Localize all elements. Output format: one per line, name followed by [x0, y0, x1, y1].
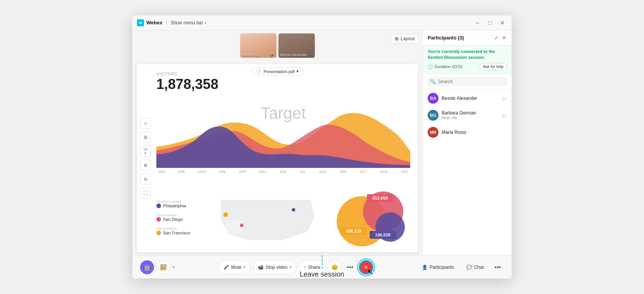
cursor-tool[interactable]: ⊹ — [140, 118, 151, 129]
grid-tool[interactable]: ⊞ — [140, 132, 151, 143]
more-options-button[interactable]: ••• — [344, 261, 356, 273]
webex-logo-icon: W — [137, 19, 144, 26]
legend-item-sandiego: CALIFORNIA San Diego — [156, 214, 199, 222]
participant-item-bessie[interactable]: BA Bessie Alexander ▷ — [423, 90, 512, 107]
legend-city-sandiego: San Diego — [163, 217, 183, 222]
participant-item-maria[interactable]: MR Maria Rossi — [423, 124, 512, 141]
app-window: W Webex Show menu bar › ─ □ ✕ Maria Ross… — [132, 15, 512, 279]
bubble-chart: 313,059 156,529 626,119 — [333, 186, 410, 248]
chart-labels: JANFEBMARFEBAPRMAYJUNJULAUGSEPOCTNOVDEC — [156, 170, 410, 174]
main-area: Maria Rossi 🎤 Bessie Alexander 📹 ⊞ Layou… — [132, 30, 512, 255]
clock-icon: 🕐 — [428, 64, 433, 69]
zoom-in-tool[interactable]: ⊕ — [140, 160, 151, 171]
search-input[interactable] — [438, 79, 505, 84]
us-map-svg — [207, 186, 325, 248]
bubble-chart-svg: 313,059 156,529 626,119 — [333, 186, 410, 248]
chart-area: Target JANFEBMARFEBAPRMAYJUNJULAUGSEPOCT… — [156, 96, 410, 185]
emoji-button[interactable]: 😊 — [328, 260, 342, 274]
show-menu-bar-label: Show menu bar — [171, 20, 203, 26]
mic-icon-bessie: 📹 — [309, 53, 313, 57]
area-chart — [156, 108, 410, 170]
leave-button-container: ✕ ↖ — [359, 260, 373, 275]
legend-city-sanfrancisco: San Francisco — [163, 231, 190, 235]
search-icon: 🔍 — [430, 79, 436, 84]
video-thumb-bessie[interactable]: Bessie Alexander 📹 — [278, 33, 315, 58]
legend-item-philadelphia: PENNSYLVANIA Philadelphia — [156, 200, 199, 208]
participant-info-maria: Maria Rossi — [442, 130, 507, 135]
fullscreen-tool[interactable]: ⛶ — [140, 188, 151, 198]
session-suffix: session. — [468, 55, 485, 60]
us-map — [207, 186, 325, 248]
chevron-icon: › — [205, 20, 206, 26]
dropdown-arrow: ▾ — [296, 69, 299, 74]
reactions-button[interactable]: 🖼️ — [156, 260, 170, 274]
nav-tool[interactable]: 03▾ — [140, 146, 151, 157]
slide-area: 📄 Presentation.pdf ▾ ⊹ ⊞ 03▾ ⊕ ⊖ ⛶ — [137, 64, 418, 252]
chat-icon: 💬 — [466, 265, 472, 270]
participant-item-barbara[interactable]: BG Barbara German Host, me ▷ — [423, 107, 512, 124]
participants-title: Participants (3) — [428, 35, 464, 41]
duration-row: 🕐 Duration 03:01 Ask for help — [428, 63, 507, 70]
reactions-chevron[interactable]: ▾ — [173, 265, 175, 269]
pdf-icon: 📄 — [256, 69, 262, 74]
avatar-bessie: BA — [428, 93, 438, 104]
mute-chevron[interactable]: ▾ — [243, 265, 245, 269]
participants-toolbar-label: Participants — [430, 265, 454, 270]
host-label-barbara: Host, me — [442, 116, 500, 120]
sidebar-header: Participants (3) ⤢ ✕ — [423, 30, 512, 46]
avatar-maria: MR — [428, 127, 438, 138]
show-menu-bar-button[interactable]: Show menu bar › — [171, 20, 206, 26]
app-name: Webex — [146, 20, 163, 26]
leave-session-button[interactable]: ✕ — [359, 260, 373, 275]
close-button[interactable]: ✕ — [498, 18, 507, 27]
share-icon: ↑ — [304, 265, 306, 270]
ai-assistant-button[interactable]: 🤖 — [140, 260, 154, 274]
titlebar: W Webex Show menu bar › ─ □ ✕ — [132, 15, 512, 30]
ask-help-button[interactable]: Ask for help — [480, 63, 507, 70]
toolbar: 🤖 🖼️ ▾ 🎤 Mute ▾ 📹 Stop video ▾ ↑ Share — [132, 255, 512, 279]
participant-info-bessie: Bessie Alexander — [442, 96, 500, 101]
svg-text:626,119: 626,119 — [346, 229, 361, 233]
legend-city-philadelphia: Philadelphia — [163, 203, 186, 208]
video-chevron[interactable]: ▾ — [289, 265, 291, 269]
duration-value: 03:01 — [452, 64, 463, 69]
slide-tools: ⊹ ⊞ 03▾ ⊕ ⊖ ⛶ — [140, 118, 151, 198]
svg-text:313,059: 313,059 — [372, 196, 388, 200]
titlebar-divider — [166, 20, 167, 26]
close-sidebar-button[interactable]: ✕ — [501, 34, 507, 41]
mute-label: Mute — [231, 265, 242, 270]
toolbar-more-button[interactable]: ••• — [492, 261, 504, 273]
chart-legend: PENNSYLVANIA Philadelphia CALIFORNIA — [156, 186, 199, 248]
participant-action-barbara: ▷ — [503, 112, 507, 118]
popout-button[interactable]: ⤢ — [493, 34, 499, 41]
participants-toolbar-button[interactable]: 👤 Participants — [417, 262, 459, 272]
zoom-out-tool[interactable]: ⊖ — [140, 174, 151, 185]
slide-filename-bar[interactable]: 📄 Presentation.pdf ▾ — [251, 67, 304, 75]
video-thumb-maria[interactable]: Maria Rossi 🎤 — [240, 33, 277, 58]
legend-dot-sandiego — [156, 217, 161, 222]
chat-toolbar-button[interactable]: 💬 Chat — [462, 262, 488, 272]
stop-video-button[interactable]: 📹 Stop video ▾ — [253, 260, 296, 274]
participants-sidebar: Participants (3) ⤢ ✕ You're currently co… — [423, 30, 512, 255]
toolbar-center: 🎤 Mute ▾ 📹 Stop video ▾ ↑ Share 😊 ••• — [178, 260, 414, 275]
legend-region-pa: PENNSYLVANIA — [156, 200, 199, 203]
share-button[interactable]: ↑ Share — [299, 260, 325, 274]
session-text: You're currently connected to the Sectio… — [428, 49, 507, 61]
session-name: Section Discussion — [428, 55, 467, 60]
minimize-button[interactable]: ─ — [473, 18, 482, 27]
filename-label: Presentation.pdf — [264, 69, 295, 74]
maximize-button[interactable]: □ — [485, 18, 495, 27]
participant-action-bessie: ▷ — [503, 95, 507, 101]
legend-item-sanfrancisco: CALIFORNIA San Francisco — [156, 227, 199, 235]
map-dot-sanfrancisco — [223, 212, 228, 217]
slide-content: VISITORS 1,878,358 Target — [137, 64, 418, 252]
mic-icon-maria: 🎤 — [271, 53, 275, 57]
toolbar-container: 🤖 🖼️ ▾ 🎤 Mute ▾ 📹 Stop video ▾ ↑ Share — [132, 255, 512, 279]
mute-button[interactable]: 🎤 Mute ▾ — [218, 260, 250, 274]
map-dot-sandiego — [240, 224, 243, 227]
avatar-barbara: BG — [428, 110, 438, 121]
legend-dot-philadelphia — [156, 203, 161, 208]
duration-label: Duration — [435, 64, 451, 69]
mic-icon: 🎤 — [223, 265, 229, 270]
participants-icon: 👤 — [422, 265, 428, 270]
